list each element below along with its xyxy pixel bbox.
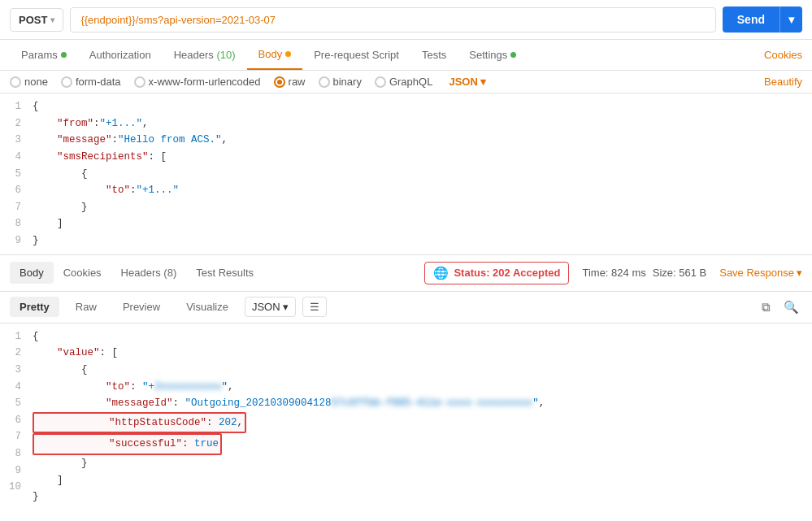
label-graphql: GraphQL xyxy=(389,76,432,88)
body-type-urlencoded[interactable]: x-www-form-urlencoded xyxy=(134,76,261,88)
response-header: Body Cookies Headers (8) Test Results 🌐 … xyxy=(0,255,812,292)
resp-tab-headers-label: Headers (8) xyxy=(121,267,177,279)
radio-binary xyxy=(319,76,330,88)
status-text: Status: 202 Accepted xyxy=(454,267,560,279)
copy-icon: ⧉ xyxy=(762,300,771,314)
tab-tests-label: Tests xyxy=(422,49,446,61)
radio-graphql xyxy=(375,76,386,88)
search-icon-button[interactable]: 🔍 xyxy=(780,297,802,318)
filter-icon: ☰ xyxy=(310,301,319,313)
format-tab-preview[interactable]: Preview xyxy=(113,297,170,317)
radio-formdata xyxy=(61,76,72,88)
format-tab-visualize[interactable]: Visualize xyxy=(176,297,238,317)
beautify-button[interactable]: Beautify xyxy=(764,76,802,88)
globe-icon: 🌐 xyxy=(433,266,449,280)
response-code-editor: 12345678910 { "value": [ { "to": "+2xxxx… xyxy=(0,323,812,510)
method-chevron-icon: ▾ xyxy=(50,15,54,24)
search-icon: 🔍 xyxy=(784,300,799,314)
format-tab-raw[interactable]: Raw xyxy=(66,297,106,317)
filter-icon-button[interactable]: ☰ xyxy=(302,297,327,317)
status-badge: 🌐 Status: 202 Accepted xyxy=(424,262,569,284)
response-json-chevron-icon: ▾ xyxy=(283,301,289,313)
send-dropdown-icon[interactable]: ▾ xyxy=(779,7,802,33)
json-format-label: JSON xyxy=(449,76,477,88)
cookies-link[interactable]: Cookies xyxy=(764,41,802,69)
tab-body-label: Body xyxy=(258,48,283,60)
response-time: Time: 824 ms xyxy=(582,267,645,279)
label-urlencoded: x-www-form-urlencoded xyxy=(149,76,261,88)
format-tab-pretty-label: Pretty xyxy=(20,301,50,313)
tab-headers-label: Headers (10) xyxy=(174,49,236,61)
settings-dot xyxy=(510,52,516,58)
radio-raw xyxy=(274,76,285,88)
method-label: POST xyxy=(19,14,47,26)
label-binary: binary xyxy=(333,76,362,88)
resp-tab-headers[interactable]: Headers (8) xyxy=(111,262,187,284)
tab-headers[interactable]: Headers (10) xyxy=(163,41,247,69)
response-code-content[interactable]: { "value": [ { "to": "+2xxxxxxxxxx", "me… xyxy=(29,328,812,506)
tab-settings-label: Settings xyxy=(469,49,507,61)
tab-prerequest[interactable]: Pre-request Script xyxy=(302,41,410,69)
response-size: Size: 561 B xyxy=(653,267,707,279)
resp-tab-cookies-label: Cookies xyxy=(63,267,102,279)
body-type-graphql[interactable]: GraphQL xyxy=(375,76,432,88)
label-formdata: form-data xyxy=(76,76,121,88)
resp-tab-cookies[interactable]: Cookies xyxy=(54,262,111,284)
json-format-dropdown[interactable]: JSON ▾ xyxy=(449,76,485,88)
tab-authorization[interactable]: Authorization xyxy=(78,41,163,69)
radio-none xyxy=(10,76,21,88)
radio-urlencoded xyxy=(134,76,145,88)
method-selector[interactable]: POST ▾ xyxy=(10,8,63,32)
tab-params[interactable]: Params xyxy=(10,41,78,69)
body-type-binary[interactable]: binary xyxy=(319,76,362,88)
label-raw: raw xyxy=(289,76,306,88)
tab-authorization-label: Authorization xyxy=(89,49,151,61)
params-dot xyxy=(61,52,67,58)
send-label: Send xyxy=(723,7,779,33)
response-meta: Time: 824 ms Size: 561 B xyxy=(582,267,706,279)
toolbar: POST ▾ Send ▾ xyxy=(0,0,812,40)
save-response-button[interactable]: Save Response ▾ xyxy=(719,267,802,279)
save-response-label: Save Response xyxy=(719,267,794,279)
response-format-row: Pretty Raw Preview Visualize JSON ▾ ☰ ⧉ … xyxy=(0,292,812,323)
response-json-label: JSON xyxy=(252,301,280,313)
body-dot xyxy=(285,51,291,57)
body-type-row: none form-data x-www-form-urlencoded raw… xyxy=(0,71,812,93)
tab-prerequest-label: Pre-request Script xyxy=(314,49,399,61)
label-none: none xyxy=(24,76,48,88)
json-chevron-icon: ▾ xyxy=(480,76,486,88)
request-tabs: Params Authorization Headers (10) Body P… xyxy=(0,40,812,71)
save-response-chevron-icon: ▾ xyxy=(797,267,802,279)
tab-params-label: Params xyxy=(21,49,58,61)
resp-tab-body-label: Body xyxy=(20,267,44,279)
format-tab-visualize-label: Visualize xyxy=(186,301,228,313)
body-type-raw[interactable]: raw xyxy=(274,76,306,88)
send-button[interactable]: Send ▾ xyxy=(723,7,802,33)
url-input[interactable] xyxy=(70,7,715,33)
response-json-dropdown[interactable]: JSON ▾ xyxy=(245,297,296,317)
tab-body[interactable]: Body xyxy=(247,40,303,70)
request-line-numbers: 123456789 xyxy=(0,98,29,250)
resp-tab-testresults-label: Test Results xyxy=(196,267,254,279)
format-tab-raw-label: Raw xyxy=(76,301,97,313)
resp-tab-body[interactable]: Body xyxy=(10,262,54,284)
request-code-content[interactable]: { "from":"+1...", "message":"Hello from … xyxy=(29,98,812,250)
tab-settings[interactable]: Settings xyxy=(458,41,528,69)
body-type-none[interactable]: none xyxy=(10,76,48,88)
format-tab-preview-label: Preview xyxy=(123,301,160,313)
response-line-numbers: 12345678910 xyxy=(0,328,29,506)
format-tab-pretty[interactable]: Pretty xyxy=(10,297,59,317)
resp-tab-testresults[interactable]: Test Results xyxy=(186,262,263,284)
request-code-editor: 123456789 { "from":"+1...", "message":"H… xyxy=(0,93,812,255)
tab-tests[interactable]: Tests xyxy=(410,41,458,69)
body-type-formdata[interactable]: form-data xyxy=(61,76,121,88)
copy-icon-button[interactable]: ⧉ xyxy=(758,297,774,318)
response-tabs: Body Cookies Headers (8) Test Results xyxy=(10,262,263,284)
